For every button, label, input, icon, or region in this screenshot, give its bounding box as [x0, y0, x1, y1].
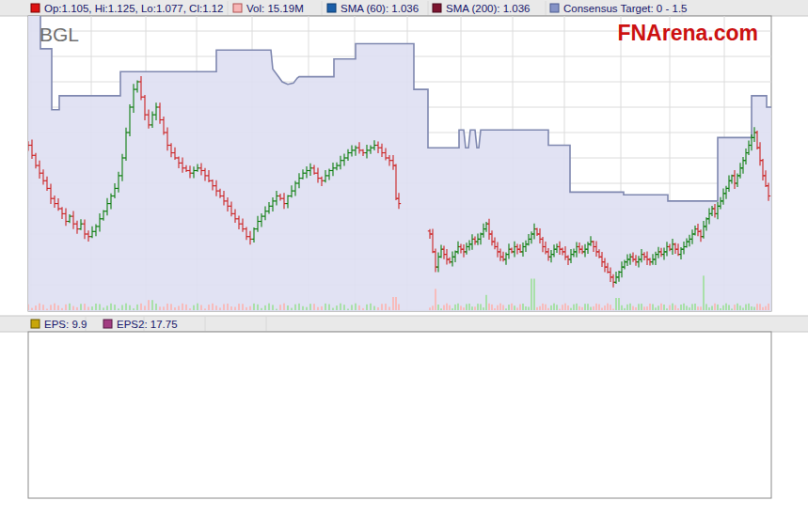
volume-bar	[576, 304, 578, 310]
volume-bar	[714, 304, 716, 310]
volume-bar	[178, 306, 180, 311]
volume-bar	[705, 304, 707, 310]
volume-bar	[166, 304, 168, 310]
volume-bar	[525, 306, 527, 310]
volume-bar	[435, 289, 436, 310]
volume-bar	[234, 307, 236, 311]
price-chart: BGL FNArena.com	[26, 6, 771, 311]
volume-bar	[242, 304, 244, 310]
volume-bar	[91, 306, 93, 310]
volume-bar	[533, 279, 535, 311]
volume-bar	[279, 305, 281, 310]
volume-bar	[253, 304, 255, 310]
volume-bar	[641, 304, 642, 310]
eps2-swatch	[103, 320, 112, 328]
volume-bar	[765, 306, 767, 310]
volume-bar	[340, 304, 341, 310]
volume-bar	[99, 305, 101, 311]
legend-item-sma60: SMA (60): 1.036	[327, 3, 419, 14]
volume-bar	[317, 307, 319, 310]
volume-bar	[261, 308, 262, 310]
volume-bar	[556, 305, 558, 310]
volume-bar	[618, 298, 620, 310]
volume-bar	[717, 305, 719, 310]
volume-bar	[632, 306, 634, 310]
volume-bar	[377, 307, 379, 310]
volume-bar	[385, 304, 387, 310]
volume-bar	[159, 306, 161, 310]
volume-bar	[635, 307, 637, 310]
volume-bar	[358, 305, 360, 310]
volume-bar	[643, 306, 645, 310]
volume-bar	[463, 307, 465, 310]
volume-bar	[215, 305, 217, 310]
volume-bar	[691, 304, 693, 310]
volume-bar	[564, 304, 566, 310]
volume-bar	[69, 304, 71, 310]
consensus-target-swatch	[550, 4, 559, 12]
volume-bar	[728, 305, 730, 311]
volume-bar	[768, 304, 769, 310]
volume-bar	[197, 304, 198, 310]
volume-bar	[437, 305, 439, 310]
volume-bar	[454, 305, 456, 310]
volume-bar	[298, 304, 300, 310]
volume-bar	[655, 307, 657, 310]
volume-bar	[522, 304, 524, 310]
volume-bar	[624, 308, 626, 310]
volume-bar	[174, 307, 176, 310]
volume-bar	[332, 308, 334, 310]
volume-bar	[697, 306, 699, 310]
volume-bar	[398, 305, 400, 311]
volume-bar	[95, 304, 97, 310]
volume-bar	[694, 304, 696, 310]
volume-bar	[388, 307, 390, 311]
volume-bar	[302, 306, 304, 310]
volume-bar	[542, 304, 544, 310]
volume-bar	[547, 308, 549, 310]
eps-plot-area	[28, 332, 771, 498]
volume-bar	[593, 306, 594, 310]
volume-bar	[663, 305, 665, 310]
volume-bar	[440, 308, 442, 310]
volume-bar	[460, 305, 462, 310]
volume-bar	[87, 307, 89, 311]
volume-bar	[666, 308, 668, 310]
consensus-target-legend-label: Consensus Target: 0 - 1.5	[563, 3, 687, 14]
volume-bar	[626, 305, 628, 310]
volume-bar	[734, 305, 736, 310]
volume-bar	[751, 306, 753, 310]
volume-bar	[559, 309, 561, 310]
volume-bar	[35, 305, 37, 310]
legend-item-eps: EPS: 9.9	[31, 319, 87, 330]
volume-bar	[27, 305, 29, 310]
sma200-legend-label: SMA (200): 1.036	[446, 3, 531, 14]
volume-bar	[313, 304, 315, 310]
volume-bar	[336, 305, 338, 310]
volume-bar	[762, 307, 764, 310]
volume-bar	[283, 304, 285, 310]
volume-bar	[65, 305, 67, 310]
volume-bar	[362, 308, 364, 310]
volume-bar	[494, 308, 496, 310]
volume-bar	[264, 305, 266, 310]
volume-bar	[125, 304, 127, 310]
volume-bar	[686, 305, 688, 310]
volume-bar	[514, 305, 515, 310]
volume-bar	[660, 304, 662, 310]
volume-bar	[395, 297, 397, 310]
volume-bar	[652, 305, 654, 311]
volume-bar	[536, 307, 538, 310]
volume-bar	[587, 304, 589, 310]
volume-bar	[103, 307, 104, 310]
volume-bar	[208, 305, 210, 310]
volume-bar	[72, 306, 74, 310]
sma60-swatch	[327, 4, 336, 12]
ohlc-swatch	[31, 4, 40, 12]
volume-bar	[249, 306, 251, 310]
volume-bar	[488, 304, 490, 310]
volume-bar	[325, 304, 326, 310]
volume-bar	[629, 304, 631, 310]
volume-bar	[287, 305, 289, 310]
volume-bar	[189, 308, 191, 310]
